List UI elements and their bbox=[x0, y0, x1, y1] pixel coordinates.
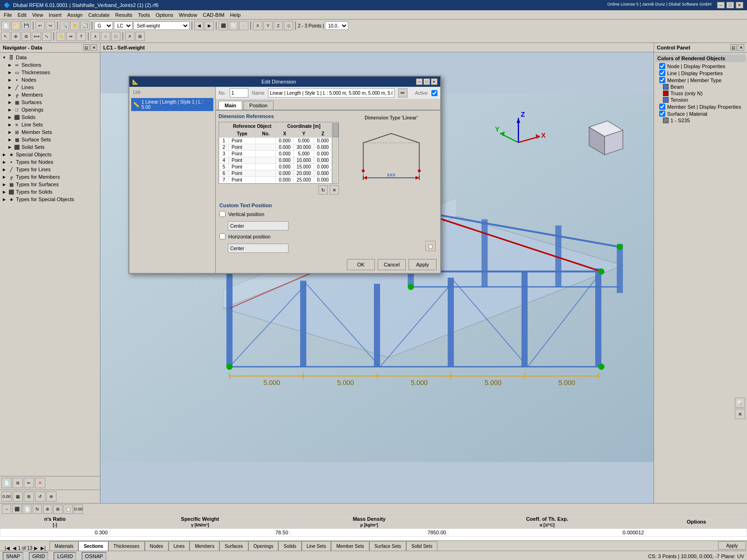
bp-btn1[interactable]: → bbox=[2, 504, 11, 514]
btab-solids[interactable]: Solids bbox=[278, 541, 301, 551]
nav-btn4[interactable]: ↺ bbox=[35, 491, 45, 502]
cp-surface-checkbox[interactable] bbox=[659, 111, 665, 117]
vertical-pos-checkbox[interactable] bbox=[219, 211, 226, 217]
cp-close-btn[interactable]: ✕ bbox=[738, 44, 744, 51]
nav-item-specialobjects[interactable]: ▶ ★ Special Objects bbox=[1, 151, 99, 158]
menu-insert[interactable]: Insert bbox=[46, 11, 64, 19]
apply-bottom-btn[interactable]: Apply bbox=[718, 541, 746, 550]
nav-duplicate-btn[interactable]: ⧉ bbox=[13, 478, 23, 488]
prev-tab-btn[interactable]: ◀ bbox=[12, 546, 17, 551]
menu-edit[interactable]: Edit bbox=[15, 11, 29, 19]
horizontal-pos-input[interactable] bbox=[228, 244, 289, 253]
lgrid-status[interactable]: LGRID bbox=[54, 552, 76, 560]
snap1-btn[interactable]: ∧ bbox=[91, 32, 100, 41]
mirror-btn[interactable]: ⟺ bbox=[32, 32, 41, 41]
axis-btn[interactable]: ⊞ bbox=[135, 32, 145, 41]
horizontal-pos-checkbox[interactable] bbox=[219, 233, 226, 239]
bp-btn2[interactable]: ⬛ bbox=[12, 504, 21, 514]
measure-btn[interactable]: 📏 bbox=[56, 32, 65, 41]
table-del-btn[interactable]: ✕ bbox=[330, 185, 339, 195]
rotate-btn[interactable]: 🔄 bbox=[80, 21, 90, 30]
bp-btn5[interactable]: ⊕ bbox=[43, 504, 52, 514]
new-btn[interactable]: 📄 bbox=[1, 21, 10, 30]
bp-btn3[interactable]: 📄 bbox=[22, 504, 32, 514]
dialog-list-item-1[interactable]: 📏 1 Linear | Length | Style 1 | L : 5.00 bbox=[131, 98, 213, 111]
osnap-status[interactable]: OSNAP bbox=[82, 552, 106, 560]
next-lc-btn[interactable]: ▶ bbox=[204, 21, 214, 30]
nav-item-typesspecial[interactable]: ▶ ★ Types for Special Objects bbox=[1, 196, 99, 203]
menu-view[interactable]: View bbox=[29, 11, 46, 19]
name-edit-btn[interactable]: ✏ bbox=[398, 88, 408, 98]
dialog-maximize-btn[interactable]: □ bbox=[423, 78, 430, 85]
select-btn[interactable]: ↖ bbox=[1, 32, 10, 41]
nav-item-surfacesets[interactable]: ▶ ▦ Surface Sets bbox=[1, 136, 99, 143]
nav-item-linesets[interactable]: ▶ ≡ Line Sets bbox=[1, 121, 99, 128]
snap2-btn[interactable]: ○ bbox=[101, 32, 110, 41]
btab-linesets[interactable]: Line Sets bbox=[302, 541, 331, 551]
nav-item-solidsets[interactable]: ▶ ⬛ Solid Sets bbox=[1, 143, 99, 151]
btab-solidsets[interactable]: Solid Sets bbox=[406, 541, 437, 551]
copy-btn[interactable]: ⧉ bbox=[21, 32, 31, 41]
cp-line-checkbox[interactable] bbox=[659, 70, 665, 76]
menu-options[interactable]: Options bbox=[153, 11, 176, 19]
first-tab-btn[interactable]: |◀ bbox=[4, 546, 11, 551]
table-add-btn[interactable]: ↻ bbox=[318, 185, 328, 195]
dialog-minimize-btn[interactable]: ─ bbox=[416, 78, 423, 85]
btab-nodes[interactable]: Nodes bbox=[145, 541, 169, 551]
cancel-button[interactable]: Cancel bbox=[378, 259, 406, 270]
yview-btn[interactable]: Y bbox=[263, 21, 273, 30]
minimize-button[interactable]: ─ bbox=[717, 2, 725, 8]
cp-float-btn[interactable]: ◱ bbox=[730, 44, 737, 51]
dialog-close-btn[interactable]: ✕ bbox=[431, 78, 437, 85]
nav-rename-btn[interactable]: ✏ bbox=[24, 478, 34, 488]
nav-item-thicknesses[interactable]: ▶ ▭ Thicknesses bbox=[1, 69, 99, 76]
nav-item-lines[interactable]: ▶ ╱ Lines bbox=[1, 84, 99, 91]
no-input[interactable] bbox=[230, 88, 248, 98]
load-case-combo[interactable]: G bbox=[94, 21, 113, 30]
load-name-combo[interactable]: Self-weight bbox=[134, 21, 190, 30]
btab-openings[interactable]: Openings bbox=[248, 541, 279, 551]
bp-btn6[interactable]: ⊞ bbox=[53, 504, 63, 514]
btab-thicknesses[interactable]: Thicknesses bbox=[108, 541, 145, 551]
name-input[interactable] bbox=[268, 88, 395, 98]
menu-assign[interactable]: Assign bbox=[64, 11, 85, 19]
cp-node-checkbox[interactable] bbox=[659, 63, 665, 69]
vertical-pos-input[interactable] bbox=[228, 221, 289, 231]
snap3-btn[interactable]: □ bbox=[111, 32, 120, 41]
btab-materials[interactable]: Materials bbox=[49, 541, 79, 551]
nav-item-typessolids[interactable]: ▶ ⬛ Types for Solids bbox=[1, 188, 99, 196]
bp-btn4[interactable]: fx bbox=[33, 504, 42, 514]
menu-window[interactable]: Window bbox=[176, 11, 200, 19]
paste-btn[interactable]: 📋 bbox=[425, 241, 436, 251]
btab-members[interactable]: Members bbox=[190, 541, 219, 551]
menu-file[interactable]: File bbox=[1, 11, 15, 19]
bp-btn7[interactable]: 📋 bbox=[63, 504, 73, 514]
menu-cadbim[interactable]: CAD-BIM bbox=[200, 11, 227, 19]
cp-surface-material[interactable]: Surface | Material bbox=[655, 110, 746, 117]
nav-item-nodes[interactable]: ▶ • Nodes bbox=[1, 76, 99, 84]
isoview-btn[interactable]: ◇ bbox=[284, 21, 293, 30]
tension-color-swatch[interactable] bbox=[663, 97, 669, 103]
last-tab-btn[interactable]: ▶| bbox=[40, 546, 47, 551]
xview-btn[interactable]: X bbox=[253, 21, 262, 30]
nav-delete-btn[interactable]: ✕ bbox=[35, 478, 45, 488]
dim-btn[interactable]: ⇔ bbox=[66, 32, 76, 41]
save-btn[interactable]: 💾 bbox=[21, 21, 31, 30]
zview-btn[interactable]: Z bbox=[274, 21, 283, 30]
cp-memberset-checkbox[interactable] bbox=[659, 104, 665, 110]
nav-item-typessurfaces[interactable]: ▶ ▦ Types for Surfaces bbox=[1, 181, 99, 188]
nav-item-typesmembers[interactable]: ▶ ╔ Types for Members bbox=[1, 173, 99, 181]
nav-item-data[interactable]: ▼ 🗄 Data bbox=[1, 54, 99, 61]
nav-item-typeslines[interactable]: ▶ ╱ Types for Lines bbox=[1, 166, 99, 173]
cp-node-display[interactable]: Node | Display Properties bbox=[655, 63, 746, 70]
btab-lines[interactable]: Lines bbox=[169, 541, 190, 551]
prev-lc-btn[interactable]: ◀ bbox=[194, 21, 204, 30]
node-btn[interactable]: · bbox=[239, 21, 248, 30]
nav-item-solids[interactable]: ▶ ⬛ Solids bbox=[1, 113, 99, 121]
snap-status[interactable]: SNAP bbox=[3, 552, 23, 560]
table-scrollbar[interactable] bbox=[332, 122, 338, 183]
nav-btn1[interactable]: 0.00 bbox=[1, 491, 12, 502]
maximize-button[interactable]: □ bbox=[726, 2, 734, 8]
render-btn[interactable]: ⬛ bbox=[218, 21, 228, 30]
s235-color-swatch[interactable] bbox=[663, 118, 669, 123]
